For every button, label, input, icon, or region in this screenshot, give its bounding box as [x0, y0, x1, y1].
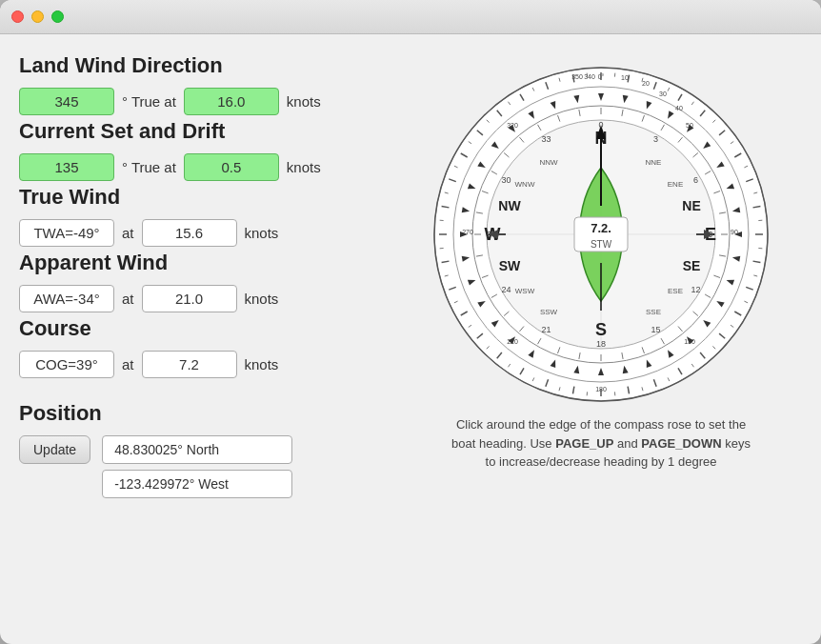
course-section: Course at knots [19, 316, 381, 382]
compass-container[interactable]: N NE E SE S SW W NW NNE ENE ESE SSE SSW … [430, 63, 772, 406]
true-wind-row: at knots [19, 219, 381, 247]
latitude-input[interactable] [102, 435, 292, 464]
land-wind-knots-label: knots [287, 93, 321, 110]
svg-text:10: 10 [621, 74, 629, 81]
course-title: Course [19, 316, 381, 341]
apparent-wind-knots-label: knots [245, 291, 279, 307]
svg-text:SW: SW [499, 258, 521, 273]
svg-text:NW: NW [498, 198, 521, 213]
svg-text:27: 27 [487, 230, 496, 239]
current-true-label: ° True at [122, 159, 176, 175]
twa-input[interactable] [19, 219, 114, 247]
apparent-wind-row: at knots [19, 285, 381, 312]
current-knots-label: knots [287, 159, 321, 175]
current-speed-input[interactable] [184, 153, 279, 181]
svg-text:7.2.: 7.2. [591, 221, 611, 235]
apparent-wind-section: Apparent Wind at knots [19, 251, 381, 316]
longitude-input[interactable] [102, 470, 292, 498]
svg-text:3: 3 [653, 134, 658, 144]
course-speed-input[interactable] [142, 351, 237, 378]
land-wind-direction-input[interactable] [19, 88, 114, 115]
compass-rose[interactable]: N NE E SE S SW W NW NNE ENE ESE SSE SSW … [430, 63, 772, 406]
land-wind-speed-input[interactable] [184, 88, 279, 115]
true-wind-speed-input[interactable] [142, 219, 237, 247]
svg-text:ESE: ESE [668, 287, 683, 295]
apparent-wind-speed-input[interactable] [142, 285, 237, 312]
update-button[interactable]: Update [19, 435, 90, 464]
svg-text:6: 6 [693, 175, 698, 185]
svg-text:15: 15 [651, 325, 660, 334]
svg-text:21: 21 [541, 325, 551, 334]
svg-text:24: 24 [501, 285, 511, 294]
svg-text:STW: STW [591, 239, 612, 250]
svg-text:SE: SE [683, 258, 701, 273]
current-title: Current Set and Drift [19, 119, 381, 144]
svg-text:SSE: SSE [646, 308, 661, 316]
position-inputs [102, 435, 292, 498]
svg-text:ENE: ENE [668, 180, 683, 189]
svg-text:0: 0 [598, 120, 603, 130]
svg-text:18: 18 [596, 339, 606, 349]
hint-text: Click around the edge of the compass ros… [449, 415, 753, 472]
land-wind-true-label: ° True at [122, 93, 176, 110]
close-button[interactable] [11, 10, 24, 23]
svg-text:NNE: NNE [646, 158, 662, 167]
current-row: ° True at knots [19, 153, 381, 181]
svg-text:NE: NE [682, 198, 700, 213]
svg-text:NNW: NNW [539, 158, 558, 167]
maximize-button[interactable] [51, 10, 64, 23]
land-wind-section: Land Wind Direction ° True at knots [19, 53, 381, 119]
svg-text:S: S [595, 320, 607, 339]
position-title: Position [19, 401, 381, 426]
titlebar [0, 0, 821, 34]
course-at-label: at [122, 356, 134, 372]
main-window: Land Wind Direction ° True at knots Curr… [0, 0, 821, 644]
current-direction-input[interactable] [19, 153, 114, 181]
true-wind-section: True Wind at knots [19, 185, 381, 251]
left-panel: Land Wind Direction ° True at knots Curr… [19, 53, 381, 625]
content-area: Land Wind Direction ° True at knots Curr… [0, 34, 821, 644]
true-wind-at-label: at [122, 225, 134, 241]
course-row: at knots [19, 351, 381, 378]
svg-text:40: 40 [675, 105, 683, 111]
land-wind-title: Land Wind Direction [19, 53, 381, 78]
true-wind-title: True Wind [19, 185, 381, 210]
current-section: Current Set and Drift ° True at knots [19, 119, 381, 185]
svg-text:WNW: WNW [515, 180, 535, 189]
apparent-wind-title: Apparent Wind [19, 251, 381, 275]
svg-text:12: 12 [691, 285, 701, 294]
right-panel: N NE E SE S SW W NW NNE ENE ESE SSE SSW … [400, 53, 802, 625]
svg-text:30: 30 [501, 175, 511, 185]
land-wind-row: ° True at knots [19, 88, 381, 115]
svg-text:30: 30 [659, 91, 667, 97]
course-knots-label: knots [245, 356, 279, 372]
position-row: Update [19, 435, 381, 498]
svg-text:9: 9 [708, 230, 712, 239]
svg-text:33: 33 [541, 134, 551, 144]
apparent-wind-at-label: at [122, 291, 134, 307]
svg-text:340: 340 [584, 73, 595, 80]
svg-text:WSW: WSW [515, 287, 535, 295]
awa-input[interactable] [19, 285, 114, 312]
svg-text:SSW: SSW [540, 308, 558, 316]
cog-input[interactable] [19, 351, 114, 378]
minimize-button[interactable] [31, 10, 44, 23]
true-wind-knots-label: knots [245, 225, 279, 241]
position-section: Position Update [19, 401, 381, 498]
svg-text:20: 20 [642, 80, 650, 87]
